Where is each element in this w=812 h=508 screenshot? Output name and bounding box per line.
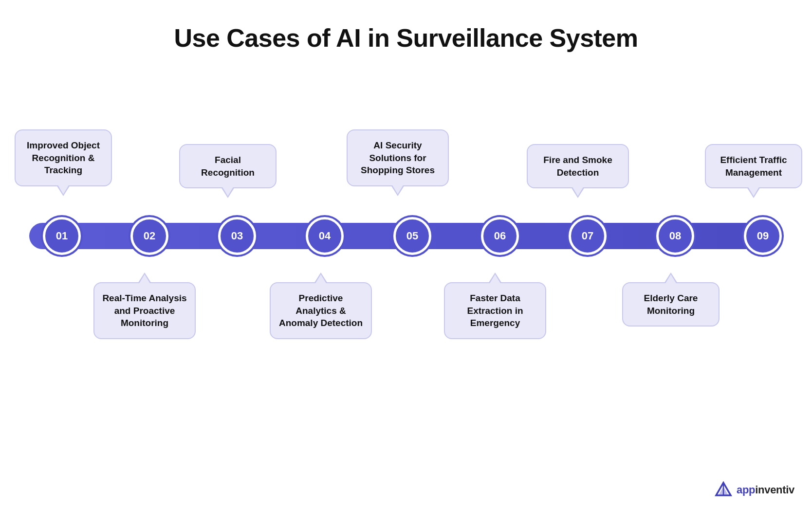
diagram-container: 01 02 03 04 05 06 07 08 09 Improved Obje… [0,72,812,471]
node-09: 09 [744,217,782,255]
bubble-traffic: Efficient Traffic Management [705,144,802,188]
bubble-improved-object: Improved Object Recognition & Tracking [15,129,112,186]
bubble-facial-recognition: Facial Recognition [179,144,277,188]
page-title: Use Cases of AI in Surveillance System [0,0,812,62]
logo-text: appinventiv [737,484,794,496]
node-06: 06 [481,217,519,255]
bubble-elderly-care: Elderly Care Monitoring [622,282,720,327]
node-01: 01 [43,217,81,255]
bubble-fire-smoke: Fire and Smoke Detection [527,144,629,188]
node-02: 02 [130,217,168,255]
node-04: 04 [306,217,344,255]
node-08: 08 [656,217,694,255]
bubble-ai-security: AI Security Solutions for Shopping Store… [347,129,449,186]
bubble-realtime: Real-Time Analysis and Proactive Monitor… [93,282,196,339]
node-03: 03 [218,217,256,255]
appinventiv-logo-icon [714,481,733,499]
node-05: 05 [393,217,431,255]
bubble-faster-data: Faster Data Extraction in Emergency [444,282,546,339]
bubble-predictive: Predictive Analytics & Anomaly Detection [270,282,372,339]
node-07: 07 [569,217,607,255]
logo: appinventiv [714,481,794,499]
